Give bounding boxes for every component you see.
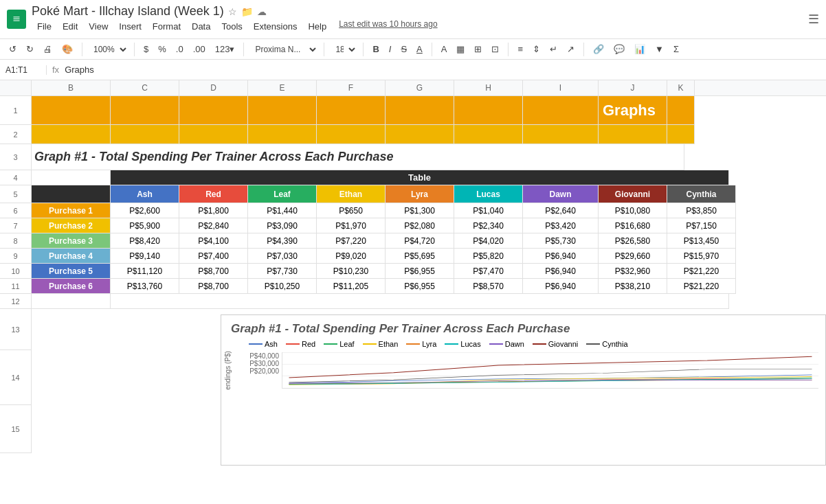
cell-12-B[interactable] bbox=[32, 294, 111, 309]
cell-11-dawn[interactable]: P$6,940 bbox=[523, 279, 599, 294]
cell-5-cynthia[interactable]: Cynthia bbox=[667, 185, 736, 203]
cell-10-ash[interactable]: P$11,120 bbox=[111, 264, 179, 279]
italic-btn[interactable]: I bbox=[386, 42, 395, 56]
cell-8-label[interactable]: Purchase 3 bbox=[32, 233, 111, 249]
cell-7-ethan[interactable]: P$1,970 bbox=[317, 218, 386, 233]
halign-btn[interactable]: ≡ bbox=[514, 42, 526, 56]
cell-1-D[interactable] bbox=[179, 96, 248, 125]
cell-6-dawn[interactable]: P$2,640 bbox=[523, 203, 599, 218]
cell-5-B[interactable] bbox=[32, 185, 111, 203]
cell-10-giovanni[interactable]: P$32,960 bbox=[599, 264, 667, 279]
rownum-12[interactable]: 12 bbox=[0, 294, 32, 309]
filter-btn[interactable]: ▼ bbox=[651, 42, 667, 56]
valign-btn[interactable]: ⇕ bbox=[529, 42, 544, 56]
underline-btn[interactable]: A bbox=[413, 42, 426, 56]
rownum-2[interactable]: 2 bbox=[0, 125, 32, 144]
cell-6-red[interactable]: P$1,800 bbox=[179, 203, 248, 218]
cell-7-lyra[interactable]: P$2,080 bbox=[386, 218, 454, 233]
fill-color-btn[interactable]: ▦ bbox=[453, 42, 468, 56]
cell-2-E[interactable] bbox=[248, 125, 317, 144]
cell-11-lucas[interactable]: P$8,570 bbox=[454, 279, 523, 294]
cell-reference[interactable]: A1:T1 bbox=[5, 65, 47, 75]
rownum-13[interactable]: 13 bbox=[0, 309, 32, 350]
menu-edit[interactable]: Edit bbox=[57, 19, 83, 34]
cell-1-K[interactable] bbox=[667, 96, 695, 125]
cell-1-I[interactable] bbox=[523, 96, 599, 125]
currency-btn[interactable]: $ bbox=[140, 42, 152, 56]
cell-5-ash[interactable]: Ash bbox=[111, 185, 179, 203]
merge-btn[interactable]: ⊡ bbox=[488, 42, 502, 56]
cell-4-table[interactable]: Table bbox=[111, 170, 729, 185]
cell-8-lucas[interactable]: P$4,020 bbox=[454, 233, 523, 249]
cell-7-cynthia[interactable]: P$7,150 bbox=[667, 218, 736, 233]
cell-11-red[interactable]: P$8,700 bbox=[179, 279, 248, 294]
col-header-E[interactable]: E bbox=[248, 80, 317, 95]
col-header-B[interactable]: B bbox=[32, 80, 111, 95]
rownum-9[interactable]: 9 bbox=[0, 249, 32, 264]
cell-1-F[interactable] bbox=[317, 96, 386, 125]
cell-9-cynthia[interactable]: P$15,970 bbox=[667, 249, 736, 264]
cell-9-ash[interactable]: P$9,140 bbox=[111, 249, 179, 264]
print-btn[interactable]: 🖨 bbox=[40, 42, 56, 56]
cell-8-ethan[interactable]: P$7,220 bbox=[317, 233, 386, 249]
cell-5-lyra[interactable]: Lyra bbox=[386, 185, 454, 203]
col-header-I[interactable]: I bbox=[523, 80, 599, 95]
cell-11-label[interactable]: Purchase 6 bbox=[32, 279, 111, 294]
cell-1-J[interactable]: Graphs bbox=[599, 96, 667, 125]
col-header-F[interactable]: F bbox=[317, 80, 386, 95]
cell-10-cynthia[interactable]: P$21,220 bbox=[667, 264, 736, 279]
cell-5-lucas[interactable]: Lucas bbox=[454, 185, 523, 203]
cell-8-cynthia[interactable]: P$13,450 bbox=[667, 233, 736, 249]
cell-10-red[interactable]: P$8,700 bbox=[179, 264, 248, 279]
cell-11-ash[interactable]: P$13,760 bbox=[111, 279, 179, 294]
menu-tools[interactable]: Tools bbox=[216, 19, 247, 34]
cell-5-ethan[interactable]: Ethan bbox=[317, 185, 386, 203]
cell-9-lucas[interactable]: P$5,820 bbox=[454, 249, 523, 264]
cell-6-ash[interactable]: P$2,600 bbox=[111, 203, 179, 218]
rownum-6[interactable]: 6 bbox=[0, 203, 32, 218]
cell-6-label[interactable]: Purchase 1 bbox=[32, 203, 111, 218]
cell-1-C[interactable] bbox=[111, 96, 179, 125]
cell-2-H[interactable] bbox=[454, 125, 523, 144]
cell-8-lyra[interactable]: P$4,720 bbox=[386, 233, 454, 249]
cell-5-giovanni[interactable]: Giovanni bbox=[599, 185, 667, 203]
folder-icon[interactable]: 📁 bbox=[241, 6, 253, 17]
rotate-btn[interactable]: ↗ bbox=[563, 42, 578, 56]
rownum-4[interactable]: 4 bbox=[0, 170, 32, 185]
decimal0-btn[interactable]: .0 bbox=[172, 42, 187, 56]
cell-10-leaf[interactable]: P$7,730 bbox=[248, 264, 317, 279]
menu-data[interactable]: Data bbox=[186, 19, 216, 34]
cell-2-I[interactable] bbox=[523, 125, 599, 144]
rownum-1[interactable]: 1 bbox=[0, 96, 32, 125]
cloud-icon[interactable]: ☁ bbox=[257, 6, 267, 17]
last-edit[interactable]: Last edit was 10 hours ago bbox=[339, 19, 437, 34]
cell-9-lyra[interactable]: P$5,695 bbox=[386, 249, 454, 264]
cell-7-dawn[interactable]: P$3,420 bbox=[523, 218, 599, 233]
cell-8-red[interactable]: P$4,100 bbox=[179, 233, 248, 249]
cell-2-G[interactable] bbox=[386, 125, 454, 144]
cell-5-dawn[interactable]: Dawn bbox=[523, 185, 599, 203]
col-header-H[interactable]: H bbox=[454, 80, 523, 95]
cell-6-cynthia[interactable]: P$3,850 bbox=[667, 203, 736, 218]
comment-icon[interactable]: ☰ bbox=[808, 12, 819, 27]
menu-insert[interactable]: Insert bbox=[113, 19, 147, 34]
format123-btn[interactable]: 123▾ bbox=[212, 42, 238, 56]
cell-1-B[interactable] bbox=[32, 96, 111, 125]
link-btn[interactable]: 🔗 bbox=[590, 42, 607, 56]
cell-8-giovanni[interactable]: P$26,580 bbox=[599, 233, 667, 249]
cell-2-J[interactable] bbox=[599, 125, 667, 144]
cell-2-F[interactable] bbox=[317, 125, 386, 144]
rownum-15[interactable]: 15 bbox=[0, 405, 32, 453]
cell-5-red[interactable]: Red bbox=[179, 185, 248, 203]
rownum-3[interactable]: 3 bbox=[0, 144, 32, 170]
menu-file[interactable]: File bbox=[32, 19, 57, 34]
col-header-C[interactable]: C bbox=[111, 80, 179, 95]
cell-1-E[interactable] bbox=[248, 96, 317, 125]
cell-12-rest[interactable] bbox=[111, 294, 729, 309]
cell-11-lyra[interactable]: P$6,955 bbox=[386, 279, 454, 294]
menu-extensions[interactable]: Extensions bbox=[248, 19, 303, 34]
fontsize-select[interactable]: 18 bbox=[330, 43, 357, 56]
cell-7-red[interactable]: P$2,840 bbox=[179, 218, 248, 233]
cell-6-ethan[interactable]: P$650 bbox=[317, 203, 386, 218]
cell-10-ethan[interactable]: P$10,230 bbox=[317, 264, 386, 279]
